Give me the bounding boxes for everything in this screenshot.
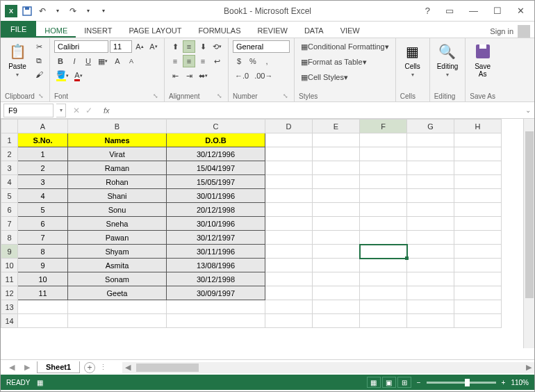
row-header[interactable]: 5 [1, 189, 18, 203]
cell[interactable] [454, 217, 502, 231]
row-header[interactable]: 12 [1, 286, 18, 300]
cell[interactable] [407, 300, 454, 314]
sheet-nav-prev[interactable]: ◀ [6, 363, 17, 372]
cell[interactable]: Pawan [68, 231, 167, 245]
cell[interactable] [360, 147, 407, 161]
merge-button[interactable]: ⬌▾ [197, 70, 210, 82]
hscroll-thumb[interactable] [136, 364, 199, 372]
align-middle-button[interactable]: ≡ [183, 40, 195, 53]
increase-decimal-button[interactable]: ←.0 [233, 70, 251, 82]
cell[interactable] [454, 259, 502, 272]
help-icon[interactable]: ? [421, 4, 434, 17]
cell[interactable]: 30/12/1997 [167, 231, 265, 245]
cell[interactable] [265, 203, 313, 217]
cell[interactable]: 6 [18, 217, 68, 231]
cell[interactable] [313, 217, 360, 231]
orientation-button[interactable]: ⟲▾ [211, 40, 224, 53]
grow-font-button[interactable]: A▴ [133, 40, 146, 53]
cell[interactable]: 3 [18, 175, 68, 189]
cell[interactable] [407, 259, 454, 272]
cell[interactable]: 11 [18, 286, 68, 300]
col-header-A[interactable]: A [18, 120, 68, 133]
copy-button[interactable]: ⧉ [33, 54, 45, 67]
shrink-font-button[interactable]: A▾ [147, 40, 160, 53]
align-right-button[interactable]: ≡ [197, 55, 209, 67]
cell[interactable] [360, 272, 407, 286]
formula-bar-expand[interactable]: ⌄ [522, 106, 534, 114]
enter-formula-icon[interactable]: ✓ [85, 106, 92, 115]
cell[interactable]: 30/10/1996 [167, 217, 265, 231]
cell[interactable] [360, 203, 407, 217]
cell[interactable] [407, 161, 454, 175]
cell[interactable]: 10 [18, 272, 68, 286]
underline-button[interactable]: U [82, 55, 94, 67]
cell[interactable]: D.O.B [167, 133, 265, 147]
tab-formulas[interactable]: FORMULAS [190, 24, 249, 38]
cell[interactable] [265, 300, 313, 314]
align-left-button[interactable]: ≡ [169, 55, 181, 67]
row-header[interactable]: 6 [1, 203, 18, 217]
cell[interactable] [313, 286, 360, 300]
font-increase-button[interactable]: A [111, 55, 124, 67]
cell[interactable] [407, 286, 454, 300]
cell[interactable] [360, 300, 407, 314]
number-format-select[interactable] [233, 40, 290, 53]
cell[interactable] [18, 300, 68, 314]
cell[interactable]: Virat [68, 147, 167, 161]
cell[interactable]: 30/12/1998 [167, 272, 265, 286]
cell[interactable] [313, 203, 360, 217]
cell[interactable]: Raman [68, 161, 167, 175]
font-launcher[interactable]: ⤡ [153, 92, 160, 99]
cell[interactable] [407, 217, 454, 231]
cell[interactable] [454, 300, 502, 314]
cell[interactable] [167, 314, 265, 328]
row-header[interactable]: 7 [1, 217, 18, 231]
select-all-corner[interactable] [1, 120, 18, 133]
align-center-button[interactable]: ≡ [183, 55, 195, 67]
cell[interactable]: 8 [18, 245, 68, 259]
cell[interactable] [454, 272, 502, 286]
ribbon-options-icon[interactable]: ▭ [441, 4, 458, 17]
cell[interactable] [265, 133, 313, 147]
cell[interactable] [407, 203, 454, 217]
fill-color-button[interactable]: 🪣▾ [54, 70, 71, 82]
row-header[interactable]: 2 [1, 147, 18, 161]
row-header[interactable]: 13 [1, 300, 18, 314]
cell[interactable] [454, 147, 502, 161]
cell[interactable]: S.No. [18, 133, 68, 147]
cell[interactable] [454, 286, 502, 300]
cell[interactable] [313, 189, 360, 203]
cell[interactable] [360, 217, 407, 231]
cell[interactable] [167, 300, 265, 314]
row-header[interactable]: 4 [1, 175, 18, 189]
cell[interactable] [407, 314, 454, 328]
cell[interactable] [265, 175, 313, 189]
cell[interactable]: Geeta [68, 286, 167, 300]
hscroll-left[interactable]: ◀ [122, 363, 133, 372]
tab-home[interactable]: HOME [36, 24, 76, 38]
cell[interactable] [407, 272, 454, 286]
align-top-button[interactable]: ⬆ [169, 40, 181, 53]
cell[interactable]: 7 [18, 231, 68, 245]
cell[interactable] [454, 231, 502, 245]
cell[interactable] [313, 231, 360, 245]
cell[interactable] [360, 175, 407, 189]
cell[interactable]: Names [68, 133, 167, 147]
undo-dropdown-icon[interactable]: ▾ [52, 6, 63, 17]
row-header[interactable]: 3 [1, 161, 18, 175]
cell[interactable] [313, 161, 360, 175]
minimize-icon[interactable]: — [465, 4, 482, 17]
currency-button[interactable]: $ [233, 55, 245, 67]
cell[interactable] [454, 175, 502, 189]
cell[interactable] [360, 245, 407, 259]
font-color-button[interactable]: A▾ [72, 70, 85, 82]
cell[interactable]: 15/05/1997 [167, 175, 265, 189]
cell[interactable] [265, 217, 313, 231]
row-header[interactable]: 9 [1, 245, 18, 259]
cell[interactable] [68, 300, 167, 314]
cell[interactable] [265, 147, 313, 161]
save-as-button[interactable]: Save As [470, 40, 495, 79]
zoom-out-button[interactable]: − [417, 379, 421, 386]
cell[interactable]: 30/09/1997 [167, 286, 265, 300]
cell[interactable]: Sonu [68, 203, 167, 217]
